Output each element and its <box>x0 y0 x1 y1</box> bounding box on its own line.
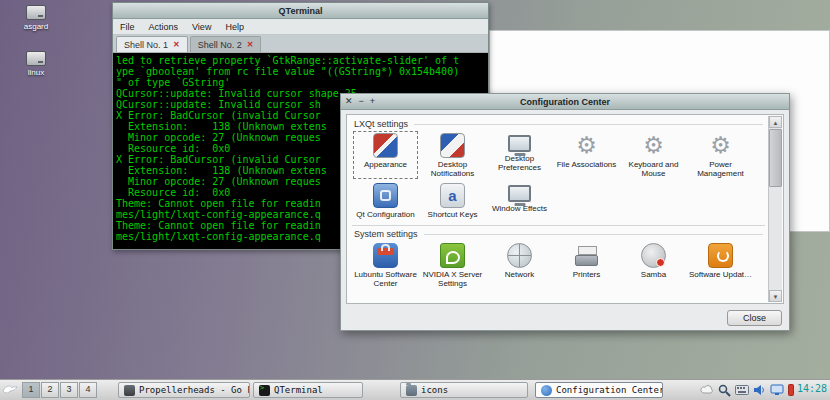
power-management-gear-icon: ⚙ <box>708 133 733 158</box>
tab-label: Shell No. 2 <box>198 40 242 50</box>
menu-actions[interactable]: Actions <box>142 22 186 32</box>
config-item-software-updater[interactable]: Software Updat… <box>687 240 754 290</box>
config-item-lubuntu-software-center[interactable]: Lubuntu Software Center <box>352 240 419 290</box>
config-item-desktop-notifications[interactable]: Desktop Notifications <box>419 130 486 180</box>
minimize-icon[interactable]: − <box>359 97 364 106</box>
keyboard-mouse-gear-icon: ⚙ <box>641 133 666 158</box>
desktop: asgard linux QTerminal File Actions View… <box>0 0 830 400</box>
keyboard-icon[interactable] <box>735 385 749 395</box>
volume-icon[interactable] <box>753 384 766 396</box>
lxqt-row-1: Appearance Desktop Notifications Desktop… <box>352 130 765 180</box>
config-item-nvidia-settings[interactable]: NVIDIA X Server Settings <box>419 240 486 290</box>
config-item-window-effects[interactable]: Window Effects <box>486 180 553 221</box>
terminal-icon <box>259 385 270 396</box>
config-titlebar[interactable]: ✕ − + Configuration Center <box>341 94 789 110</box>
config-item-label: Keyboard and Mouse <box>620 160 687 178</box>
desktop-icon-asgard[interactable]: asgard <box>13 5 59 31</box>
config-item-desktop-preferences[interactable]: Desktop Preferences <box>486 130 553 180</box>
tab-shell-1[interactable]: Shell No. 1 ✕ <box>116 36 188 52</box>
menu-help[interactable]: Help <box>218 22 251 32</box>
config-item-qt-configuration[interactable]: Qt Configuration <box>352 180 419 221</box>
config-item-samba[interactable]: Samba <box>620 240 687 290</box>
appearance-icon <box>373 133 398 158</box>
system-row-1: Lubuntu Software Center NVIDIA X Server … <box>352 240 765 290</box>
scrollbar-thumb[interactable] <box>769 129 782 187</box>
clock[interactable]: 14:28 <box>797 383 827 394</box>
task-configuration-center[interactable]: Configuration Center <box>535 382 663 398</box>
tab-close-icon[interactable]: ✕ <box>247 40 254 49</box>
task-propellerheads[interactable]: Propellerheads - Go Fas… <box>118 382 250 398</box>
app-menu-button[interactable] <box>1 381 19 399</box>
taskbar: 1 2 3 4 Propellerheads - Go Fas… QTermin… <box>0 379 830 400</box>
music-app-icon <box>124 385 135 396</box>
tab-label: Shell No. 1 <box>124 40 168 50</box>
close-button[interactable]: Close <box>727 310 782 326</box>
task-qterminal[interactable]: QTerminal <box>253 382 363 398</box>
desktop-notifications-icon <box>440 133 465 158</box>
config-item-label: Samba <box>620 270 687 279</box>
software-updater-icon <box>708 243 733 268</box>
config-panel: LXQt settings Appearance Desktop Notific… <box>346 114 784 304</box>
menu-view[interactable]: View <box>185 22 218 32</box>
lubuntu-logo-icon <box>2 383 18 397</box>
task-label: Propellerheads - Go Fas… <box>139 385 250 395</box>
config-item-printers[interactable]: Printers <box>553 240 620 290</box>
lxqt-row-2: Qt Configuration a Shortcut Keys Window … <box>352 180 765 221</box>
cloud-icon[interactable] <box>700 384 714 396</box>
configuration-center-window: ✕ − + Configuration Center LXQt settings… <box>340 93 790 331</box>
file-associations-gear-icon: ⚙ <box>574 133 599 158</box>
workspace-button-4[interactable]: 4 <box>79 382 97 398</box>
tab-close-icon[interactable]: ✕ <box>173 40 180 49</box>
section-header-lxqt: LXQt settings <box>354 119 763 129</box>
menu-file[interactable]: File <box>113 22 142 32</box>
nvidia-icon <box>440 243 465 268</box>
task-label: Configuration Center <box>556 385 663 395</box>
drive-icon <box>26 51 46 66</box>
desktop-icon-linux[interactable]: linux <box>13 51 59 77</box>
workspace-button-1[interactable]: 1 <box>22 382 40 398</box>
task-label: icons <box>421 385 448 395</box>
workspace-button-3[interactable]: 3 <box>60 382 78 398</box>
config-item-label: Appearance <box>352 160 419 169</box>
scroll-down-icon[interactable]: ▼ <box>769 290 782 302</box>
display-icon[interactable] <box>770 384 784 396</box>
section-header-system: System settings <box>354 229 763 239</box>
close-icon[interactable]: ✕ <box>345 97 353 106</box>
system-tray <box>700 382 794 398</box>
desktop-preferences-icon <box>508 135 531 152</box>
desktop-icon-label: linux <box>13 68 59 77</box>
task-icons-folder[interactable]: icons <box>400 382 528 398</box>
alert-icon[interactable] <box>788 384 794 396</box>
titlebar-buttons: ✕ − + <box>345 94 375 109</box>
qterminal-titlebar[interactable]: QTerminal <box>113 3 488 19</box>
config-item-label: Desktop Preferences <box>486 154 553 172</box>
terminal-line: ype `gboolean' from rc file value "((GSt… <box>116 66 485 77</box>
maximize-icon[interactable]: + <box>370 97 375 106</box>
config-item-label: File Associations <box>553 160 620 169</box>
config-center-icon <box>541 385 552 396</box>
folder-icon <box>406 385 417 396</box>
window-effects-icon <box>508 185 531 202</box>
drive-icon <box>26 5 46 20</box>
config-item-power-management[interactable]: ⚙ Power Management <box>687 130 754 180</box>
shortcut-keys-icon: a <box>440 183 465 208</box>
config-scrollbar[interactable]: ▲ ▼ <box>768 116 782 302</box>
workspace-button-2[interactable]: 2 <box>41 382 59 398</box>
config-item-label: Software Updat… <box>687 270 754 279</box>
config-item-network[interactable]: Network <box>486 240 553 290</box>
terminal-line: led to retrieve property `GtkRange::acti… <box>116 55 485 66</box>
search-icon[interactable] <box>718 384 731 397</box>
config-item-keyboard-and-mouse[interactable]: ⚙ Keyboard and Mouse <box>620 130 687 180</box>
section-separator <box>352 225 765 226</box>
config-item-appearance[interactable]: Appearance <box>352 130 419 180</box>
samba-icon <box>641 243 666 268</box>
qterminal-title: QTerminal <box>279 6 323 16</box>
config-item-file-associations[interactable]: ⚙ File Associations <box>553 130 620 180</box>
config-item-shortcut-keys[interactable]: a Shortcut Keys <box>419 180 486 221</box>
desktop-icon-label: asgard <box>13 22 59 31</box>
config-item-label: Lubuntu Software Center <box>352 270 419 288</box>
tab-shell-2[interactable]: Shell No. 2 ✕ <box>190 36 262 52</box>
qterminal-tabbar: Shell No. 1 ✕ Shell No. 2 ✕ <box>113 35 488 53</box>
terminal-line: " of type `GString' <box>116 77 485 88</box>
scroll-up-icon[interactable]: ▲ <box>769 116 782 128</box>
